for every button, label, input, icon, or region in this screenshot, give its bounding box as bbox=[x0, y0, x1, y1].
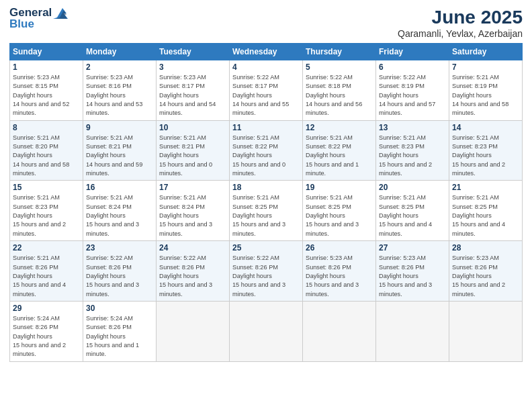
daylight-label: Daylight hours bbox=[159, 212, 199, 219]
sunset-label: Sunset: 8:26 PM bbox=[232, 264, 278, 271]
sunrise-label: Sunrise: 5:21 AM bbox=[86, 194, 133, 201]
col-thursday: Thursday bbox=[303, 44, 376, 60]
header: General Blue June 2025 Qaramanli, Yevlax… bbox=[9, 7, 523, 39]
daylight-label: Daylight hours bbox=[232, 212, 272, 219]
sunrise-label: Sunrise: 5:23 AM bbox=[86, 74, 133, 81]
day-number: 24 bbox=[159, 243, 226, 253]
day-info: Sunrise: 5:23 AM Sunset: 8:26 PM Dayligh… bbox=[379, 254, 446, 299]
daylight-value: 15 hours and and 2 minutes. bbox=[452, 281, 505, 297]
day-info: Sunrise: 5:22 AM Sunset: 8:17 PM Dayligh… bbox=[232, 73, 300, 118]
sunrise-label: Sunrise: 5:22 AM bbox=[232, 74, 279, 81]
sunrise-label: Sunrise: 5:22 AM bbox=[306, 74, 353, 81]
daylight-label: Daylight hours bbox=[13, 152, 52, 158]
calendar-cell: 21 Sunrise: 5:21 AM Sunset: 8:25 PM Dayl… bbox=[449, 181, 523, 241]
day-number: 20 bbox=[379, 183, 446, 192]
day-number: 6 bbox=[379, 62, 446, 72]
sunset-label: Sunset: 8:26 PM bbox=[159, 264, 205, 271]
daylight-label: Daylight hours bbox=[86, 273, 126, 279]
daylight-label: Daylight hours bbox=[452, 273, 492, 279]
col-friday: Friday bbox=[376, 44, 449, 60]
sunrise-label: Sunrise: 5:21 AM bbox=[306, 194, 353, 201]
daylight-value: 14 hours and and 53 minutes. bbox=[86, 101, 142, 116]
calendar-cell: 25 Sunrise: 5:22 AM Sunset: 8:26 PM Dayl… bbox=[230, 241, 303, 302]
sunrise-label: Sunrise: 5:21 AM bbox=[232, 194, 279, 201]
sunrise-label: Sunrise: 5:21 AM bbox=[86, 134, 133, 141]
calendar-cell bbox=[376, 301, 449, 361]
daylight-label: Daylight hours bbox=[379, 152, 418, 158]
sunset-label: Sunset: 8:26 PM bbox=[86, 264, 132, 271]
daylight-value: 14 hours and and 56 minutes. bbox=[306, 101, 362, 116]
daylight-value: 15 hours and and 2 minutes. bbox=[13, 342, 66, 357]
daylight-value: 15 hours and and 1 minute. bbox=[306, 161, 359, 177]
day-info: Sunrise: 5:23 AM Sunset: 8:16 PM Dayligh… bbox=[86, 73, 153, 118]
sunrise-label: Sunrise: 5:23 AM bbox=[159, 74, 206, 81]
sunset-label: Sunset: 8:22 PM bbox=[306, 143, 351, 150]
daylight-value: 14 hours and and 55 minutes. bbox=[232, 101, 289, 116]
calendar-week-row: 1 Sunrise: 5:23 AM Sunset: 8:15 PM Dayli… bbox=[10, 60, 523, 121]
calendar-cell bbox=[230, 301, 303, 361]
sunset-label: Sunset: 8:26 PM bbox=[452, 264, 498, 271]
page-container: General Blue June 2025 Qaramanli, Yevlax… bbox=[0, 0, 532, 367]
calendar-cell: 5 Sunrise: 5:22 AM Sunset: 8:18 PM Dayli… bbox=[303, 60, 376, 121]
daylight-value: 15 hours and and 0 minutes. bbox=[232, 161, 285, 177]
daylight-value: 15 hours and and 3 minutes. bbox=[306, 221, 359, 236]
calendar-cell: 22 Sunrise: 5:21 AM Sunset: 8:26 PM Dayl… bbox=[10, 241, 83, 302]
daylight-value: 15 hours and and 4 minutes. bbox=[452, 221, 505, 236]
sunset-label: Sunset: 8:25 PM bbox=[232, 203, 278, 210]
calendar-cell: 8 Sunrise: 5:21 AM Sunset: 8:20 PM Dayli… bbox=[10, 120, 83, 181]
day-info: Sunrise: 5:21 AM Sunset: 8:23 PM Dayligh… bbox=[452, 134, 519, 179]
daylight-value: 15 hours and and 3 minutes. bbox=[86, 221, 139, 236]
day-number: 11 bbox=[232, 123, 300, 132]
sunrise-label: Sunrise: 5:23 AM bbox=[306, 255, 353, 261]
sunrise-label: Sunrise: 5:21 AM bbox=[452, 134, 499, 141]
day-info: Sunrise: 5:21 AM Sunset: 8:24 PM Dayligh… bbox=[159, 193, 226, 238]
calendar-cell bbox=[449, 301, 523, 361]
col-saturday: Saturday bbox=[449, 44, 523, 60]
calendar-cell bbox=[157, 301, 230, 361]
day-number: 19 bbox=[306, 183, 373, 192]
daylight-value: 14 hours and and 58 minutes. bbox=[13, 161, 69, 177]
day-info: Sunrise: 5:21 AM Sunset: 8:23 PM Dayligh… bbox=[13, 193, 80, 238]
daylight-value: 15 hours and and 4 minutes. bbox=[379, 221, 432, 236]
sunset-label: Sunset: 8:22 PM bbox=[232, 143, 278, 150]
sunset-label: Sunset: 8:18 PM bbox=[306, 83, 351, 89]
sunset-label: Sunset: 8:20 PM bbox=[13, 143, 58, 150]
calendar-cell: 9 Sunrise: 5:21 AM Sunset: 8:21 PM Dayli… bbox=[83, 120, 157, 181]
sunset-label: Sunset: 8:19 PM bbox=[452, 83, 498, 89]
day-info: Sunrise: 5:21 AM Sunset: 8:25 PM Dayligh… bbox=[379, 193, 446, 238]
calendar-cell: 2 Sunrise: 5:23 AM Sunset: 8:16 PM Dayli… bbox=[83, 60, 157, 121]
sunrise-label: Sunrise: 5:24 AM bbox=[86, 315, 133, 322]
sunrise-label: Sunrise: 5:22 AM bbox=[232, 255, 279, 261]
calendar-cell: 10 Sunrise: 5:21 AM Sunset: 8:21 PM Dayl… bbox=[157, 120, 230, 181]
day-info: Sunrise: 5:23 AM Sunset: 8:15 PM Dayligh… bbox=[13, 73, 80, 118]
logo: General Blue bbox=[9, 7, 68, 30]
sunrise-label: Sunrise: 5:21 AM bbox=[379, 194, 426, 201]
day-info: Sunrise: 5:23 AM Sunset: 8:17 PM Dayligh… bbox=[159, 73, 226, 118]
day-number: 15 bbox=[13, 183, 80, 192]
col-wednesday: Wednesday bbox=[230, 44, 303, 60]
daylight-value: 15 hours and and 2 minutes. bbox=[13, 221, 66, 236]
sunset-label: Sunset: 8:23 PM bbox=[13, 203, 58, 210]
calendar-cell: 23 Sunrise: 5:22 AM Sunset: 8:26 PM Dayl… bbox=[83, 241, 157, 302]
day-info: Sunrise: 5:21 AM Sunset: 8:23 PM Dayligh… bbox=[379, 134, 446, 179]
daylight-value: 15 hours and and 3 minutes. bbox=[232, 281, 285, 297]
sunrise-label: Sunrise: 5:21 AM bbox=[159, 134, 206, 141]
daylight-label: Daylight hours bbox=[86, 92, 126, 99]
calendar-table: Sunday Monday Tuesday Wednesday Thursday… bbox=[9, 43, 523, 362]
calendar-cell: 15 Sunrise: 5:21 AM Sunset: 8:23 PM Dayl… bbox=[10, 181, 83, 241]
sunset-label: Sunset: 8:24 PM bbox=[86, 203, 132, 210]
calendar-cell: 20 Sunrise: 5:21 AM Sunset: 8:25 PM Dayl… bbox=[376, 181, 449, 241]
calendar-cell: 17 Sunrise: 5:21 AM Sunset: 8:24 PM Dayl… bbox=[157, 181, 230, 241]
day-info: Sunrise: 5:21 AM Sunset: 8:24 PM Dayligh… bbox=[86, 193, 153, 238]
calendar-cell: 16 Sunrise: 5:21 AM Sunset: 8:24 PM Dayl… bbox=[83, 181, 157, 241]
daylight-label: Daylight hours bbox=[306, 273, 345, 279]
daylight-value: 14 hours and and 57 minutes. bbox=[379, 101, 435, 116]
daylight-value: 15 hours and and 3 minutes. bbox=[306, 281, 359, 297]
sunrise-label: Sunrise: 5:21 AM bbox=[452, 74, 499, 81]
sunrise-label: Sunrise: 5:22 AM bbox=[379, 74, 426, 81]
day-info: Sunrise: 5:21 AM Sunset: 8:21 PM Dayligh… bbox=[159, 134, 226, 179]
daylight-value: 14 hours and and 54 minutes. bbox=[159, 101, 216, 116]
daylight-label: Daylight hours bbox=[452, 212, 492, 219]
calendar-cell bbox=[303, 301, 376, 361]
sunset-label: Sunset: 8:24 PM bbox=[159, 203, 205, 210]
